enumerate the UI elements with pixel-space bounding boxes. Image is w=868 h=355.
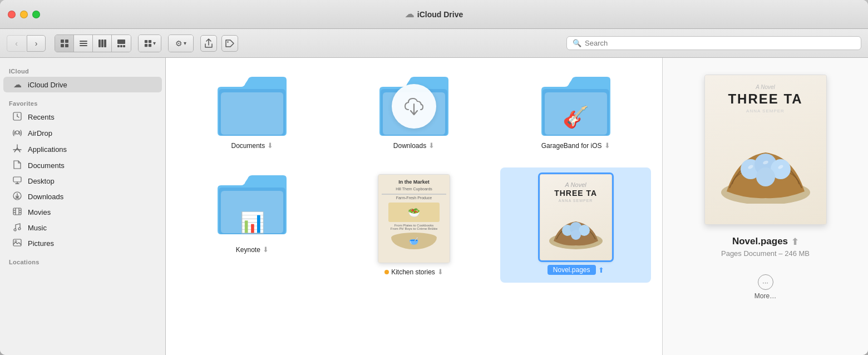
kitchen-thumbnail: In the Market Hill Them Cupboards Farm-F… [378, 174, 450, 263]
file-item-kitchen-stories[interactable]: In the Market Hill Them Cupboards Farm-F… [339, 167, 490, 283]
novel-cloud-icon: ⬆ [598, 266, 604, 274]
novel-thumbnail: A Novel THREE TA ANNA SEMPER [540, 174, 612, 260]
file-item-downloads[interactable]: Downloads ⬇ [339, 69, 490, 156]
grid-view-button[interactable] [55, 35, 74, 52]
sidebar-item-downloads[interactable]: Downloads [3, 189, 162, 205]
forward-button[interactable]: › [27, 35, 46, 52]
svg-point-54 [756, 167, 775, 186]
kitchen-cloud-icon: ⬇ [437, 268, 443, 276]
svg-rect-3 [65, 44, 68, 47]
sidebar-item-label-recents: Recents [28, 113, 55, 121]
keynote-app-icon: 📊 [240, 211, 265, 234]
window-title-text: iCloud Drive [417, 10, 463, 19]
svg-rect-11 [117, 45, 120, 47]
sidebar-item-label-downloads: Downloads [28, 193, 63, 201]
preview-image: A Novel THREE TA ANNA SEMPER [704, 75, 827, 225]
downloading-overlay [392, 84, 436, 129]
action-button[interactable]: ⚙ ▾ [169, 35, 193, 52]
toolbar: ‹ › [0, 29, 868, 58]
sidebar-item-pictures[interactable]: Pictures [3, 236, 162, 251]
sidebar-item-label-music: Music [28, 224, 47, 232]
svg-rect-27 [13, 177, 21, 182]
sidebar-section-locations: Locations [0, 255, 165, 268]
sidebar-item-label-pictures: Pictures [28, 239, 54, 248]
file-item-keynote[interactable]: 📊 Keynote ⬇ [177, 167, 328, 283]
sidebar: iCloud ☁ iCloud Drive Favorites Recents … [0, 58, 166, 355]
orange-dot-icon [384, 270, 389, 274]
list-view-button[interactable] [74, 35, 93, 52]
novel-thumbnail-wrapper: A Novel THREE TA ANNA SEMPER [540, 174, 612, 260]
dropdown-arrow-icon: ▾ [153, 40, 156, 46]
desktop-icon [12, 176, 22, 186]
svg-rect-17 [148, 43, 151, 46]
tag-button[interactable] [221, 35, 238, 52]
svg-point-40 [14, 229, 16, 231]
sidebar-item-movies[interactable]: Movies [3, 205, 162, 220]
svg-rect-13 [123, 45, 125, 47]
svg-rect-42 [13, 239, 21, 246]
sidebar-item-music[interactable]: Music [3, 220, 162, 236]
search-icon: 🔍 [573, 39, 581, 47]
svg-rect-16 [144, 43, 147, 46]
nest-preview-icon [548, 210, 604, 249]
column-icon [98, 39, 107, 48]
icloud-icon: ☁ [12, 80, 22, 90]
back-button[interactable]: ‹ [7, 35, 26, 52]
sidebar-item-label-movies: Movies [28, 208, 51, 216]
svg-rect-10 [117, 40, 125, 44]
documents-icon [12, 160, 22, 171]
svg-rect-15 [148, 40, 151, 42]
sidebar-item-icloud-drive[interactable]: ☁ iCloud Drive [3, 77, 162, 92]
cloud-icon: ☁ [405, 9, 414, 19]
sidebar-item-airdrop[interactable]: AirDrop [3, 125, 162, 141]
back-icon: ‹ [15, 39, 18, 48]
maximize-button[interactable] [32, 11, 40, 18]
finder-window: ☁ iCloud Drive ‹ › [0, 0, 868, 355]
keynote-label: Keynote ⬇ [236, 245, 269, 254]
garageband-label: GarageBand for iOS ⬇ [541, 141, 610, 150]
movies-icon [12, 208, 22, 217]
music-icon [12, 223, 22, 233]
preview-nest-svg [718, 131, 813, 204]
tag-icon [225, 39, 235, 48]
file-item-documents[interactable]: Documents ⬇ [177, 69, 328, 156]
svg-point-18 [227, 41, 228, 42]
svg-rect-0 [61, 40, 64, 43]
sidebar-item-applications[interactable]: Applications [3, 141, 162, 157]
grid-icon [60, 39, 69, 48]
column-view-button[interactable] [93, 35, 112, 52]
preview-book-title: THREE TA [712, 92, 820, 106]
file-item-garageband[interactable]: 🎸 GarageBand for iOS ⬇ [500, 69, 651, 156]
svg-point-41 [18, 228, 21, 230]
sidebar-section-favorites: Favorites [0, 97, 165, 109]
sidebar-item-recents[interactable]: Recents [3, 109, 162, 125]
documents-cloud-icon: ⬇ [267, 141, 273, 150]
sidebar-item-label-documents: Documents [28, 161, 65, 170]
svg-point-43 [15, 240, 17, 242]
preview-panel: A Novel THREE TA ANNA SEMPER [662, 58, 868, 355]
window-controls [8, 11, 40, 18]
sidebar-item-desktop[interactable]: Desktop [3, 174, 162, 189]
downloads-cloud-icon: ⬇ [428, 141, 435, 150]
garageband-app-icon: 🎸 [563, 105, 589, 129]
svg-rect-5 [80, 43, 87, 44]
svg-rect-1 [65, 40, 68, 43]
more-button[interactable]: ··· More… [754, 274, 776, 300]
minimize-button[interactable] [20, 11, 28, 18]
titlebar: ☁ iCloud Drive [0, 0, 868, 29]
svg-rect-12 [120, 45, 122, 47]
gallery-view-button[interactable] [112, 35, 131, 52]
recents-icon [12, 112, 22, 122]
svg-rect-9 [104, 40, 106, 47]
documents-folder-icon [213, 76, 291, 137]
sort-view-button[interactable]: ▾ [139, 35, 161, 52]
close-button[interactable] [8, 11, 16, 18]
search-input[interactable] [585, 39, 855, 47]
file-item-novel-pages[interactable]: A Novel THREE TA ANNA SEMPER [500, 167, 651, 283]
gallery-icon [117, 39, 126, 48]
share-button[interactable] [200, 35, 217, 52]
gear-icon: ⚙ [175, 39, 183, 48]
airdrop-icon [12, 128, 22, 139]
sort-button-group: ▾ [138, 34, 161, 52]
sidebar-item-documents[interactable]: Documents [3, 157, 162, 174]
